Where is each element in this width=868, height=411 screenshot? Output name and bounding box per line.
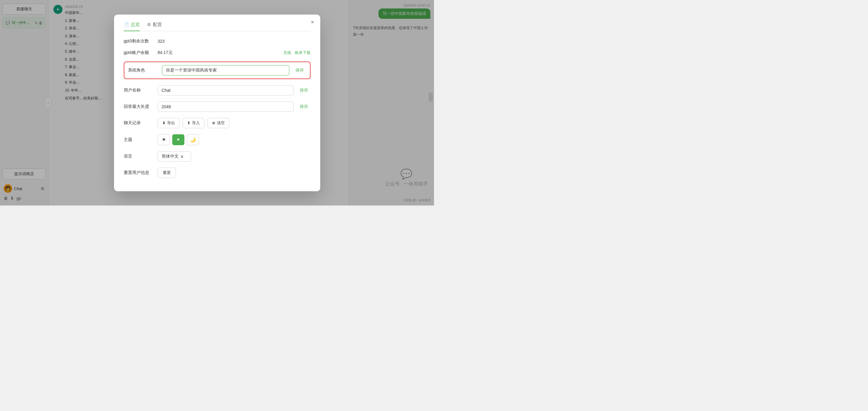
modal-close-button[interactable]: × xyxy=(311,20,314,25)
import-icon: ⬆ xyxy=(187,121,190,125)
export-label: 导出 xyxy=(167,120,175,126)
username-save-button[interactable]: 保存 xyxy=(297,86,311,94)
username-row: 用户名称 保存 xyxy=(124,85,311,95)
max-length-label: 回答最大长度 xyxy=(124,104,154,109)
config-tab-icon: ⚙ xyxy=(147,22,151,27)
language-value: 简体中文 xyxy=(162,154,179,159)
gpt4-row: gpt4账户余额 84.17元 充值 账单下载 xyxy=(124,50,311,56)
clear-label: 清空 xyxy=(217,120,225,126)
theme-row: 主题 ☀ ✦ 🌙 xyxy=(124,134,311,145)
gpt3-row: gpt3剩余次数 323 xyxy=(124,38,311,44)
system-role-label: 系统角色 xyxy=(128,68,158,73)
max-length-save-button[interactable]: 保存 xyxy=(297,103,311,110)
app-container: 新建聊天 💬 写一些中国新年的... ✎ 🗑 提示词商店 🧑 Chat ⚙ 🗑 … xyxy=(0,0,434,205)
tab-config[interactable]: ⚙ 配置 xyxy=(147,22,162,31)
theme-light-button[interactable]: ☀ xyxy=(158,134,170,145)
language-select[interactable]: 简体中文 ∨ xyxy=(158,151,191,162)
reset-button[interactable]: 重置 xyxy=(158,168,176,178)
bill-download-link[interactable]: 账单下载 xyxy=(295,50,311,56)
modal-overlay[interactable]: × 📄 总览 ⚙ 配置 gpt3剩余次数 323 gpt4账户余额 xyxy=(0,0,434,205)
theme-buttons: ☀ ✦ 🌙 xyxy=(158,134,199,145)
language-label: 语言 xyxy=(124,154,154,159)
clear-button[interactable]: ⊗ 清空 xyxy=(208,118,229,128)
theme-label: 主题 xyxy=(124,137,154,143)
system-role-save-button[interactable]: 保存 xyxy=(293,66,306,74)
modal-tabs: 📄 总览 ⚙ 配置 xyxy=(124,22,311,31)
chat-history-label: 聊天记录 xyxy=(124,120,154,126)
gpt3-value: 323 xyxy=(158,39,165,44)
max-length-input[interactable] xyxy=(158,101,293,112)
overview-tab-label: 总览 xyxy=(131,22,140,28)
theme-dark-button[interactable]: 🌙 xyxy=(187,134,199,145)
reset-user-label: 重置用户信息 xyxy=(124,170,154,176)
gpt4-value: 84.17元 xyxy=(158,50,173,56)
config-tab-label: 配置 xyxy=(153,22,162,28)
tab-overview[interactable]: 📄 总览 xyxy=(124,22,140,31)
max-length-row: 回答最大长度 保存 xyxy=(124,101,311,112)
import-label: 导入 xyxy=(192,120,200,126)
chat-history-actions: ⬇ 导出 ⬆ 导入 ⊗ 清空 xyxy=(158,118,229,128)
theme-auto-button[interactable]: ✦ xyxy=(172,134,184,145)
gpt3-label: gpt3剩余次数 xyxy=(124,38,154,44)
chevron-down-icon: ∨ xyxy=(181,154,184,159)
system-role-row: 系统角色 保存 xyxy=(124,62,311,79)
language-row: 语言 简体中文 ∨ xyxy=(124,151,311,162)
username-label: 用户名称 xyxy=(124,88,154,93)
clear-icon: ⊗ xyxy=(212,121,215,125)
reset-row: 重置用户信息 重置 xyxy=(124,168,311,178)
overview-tab-icon: 📄 xyxy=(124,22,129,27)
export-button[interactable]: ⬇ 导出 xyxy=(158,118,180,128)
username-input[interactable] xyxy=(158,85,293,95)
chat-history-row: 聊天记录 ⬇ 导出 ⬆ 导入 ⊗ 清空 xyxy=(124,118,311,128)
gpt4-label: gpt4账户余额 xyxy=(124,50,154,56)
recharge-link[interactable]: 充值 xyxy=(283,50,291,56)
settings-modal: × 📄 总览 ⚙ 配置 gpt3剩余次数 323 gpt4账户余额 xyxy=(114,14,320,191)
export-icon: ⬇ xyxy=(162,121,165,125)
system-role-input[interactable] xyxy=(162,65,289,75)
import-button[interactable]: ⬆ 导入 xyxy=(183,118,205,128)
